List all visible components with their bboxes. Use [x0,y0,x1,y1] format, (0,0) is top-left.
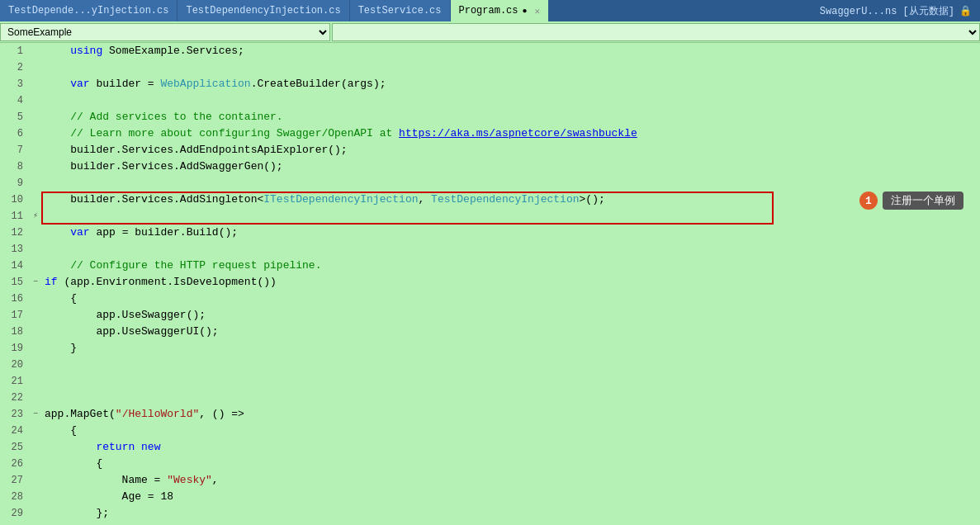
code-line-14: 14 // Configure the HTTP request pipelin… [0,258,980,274]
code-line-22: 22 [0,390,980,406]
code-line-12: 12 var app = builder.Build(); [0,225,980,241]
code-line-18: 18 app.UseSwaggerUI(); [0,324,980,340]
annotation-text: 注册一个单例 [883,192,963,210]
highlighted-section: 10 builder.Services.AddSingleton<ITestDe… [0,192,980,225]
code-line-6: 6 // Learn more about configuring Swagge… [0,125,980,142]
annotation-badge: 1 [859,192,878,210]
code-line-3: 3 var builder = WebApplication.CreateBui… [0,76,980,92]
code-line-7: 7 builder.Services.AddEndpointsApiExplor… [0,142,980,158]
code-line-26: 26 { [0,456,980,472]
tab-testdependencyinjection[interactable]: TestDependencyInjection.cs [178,0,349,21]
tab-close-button[interactable]: ✕ [535,6,541,17]
namespace-dropdown[interactable]: SomeExample [0,23,330,41]
code-line-4: 4 [0,92,980,109]
code-line-16: 16 { [0,291,980,307]
tab-label: TestDepende...yInjection.cs [8,5,168,17]
code-line-25: 25 return new [0,439,980,456]
member-dropdown[interactable] [332,23,980,41]
code-line-1: 1 using SomeExample.Services; [0,43,980,59]
code-line-30: 30 }).WithTags("Hello"); [0,522,980,525]
lock-icon: 🔒 [959,5,972,17]
code-line-24: 24 { [0,423,980,439]
code-line-28: 28 Age = 18 [0,489,980,505]
code-line-19: 19 } [0,340,980,357]
code-line-13: 13 [0,241,980,258]
code-line-21: 21 [0,373,980,390]
code-line-15: 15 − if (app.Environment.IsDevelopment()… [0,274,980,291]
tab-bar: TestDepende...yInjection.cs TestDependen… [0,0,980,21]
code-line-10: 10 builder.Services.AddSingleton<ITestDe… [0,192,980,208]
code-line-9: 9 [0,175,980,192]
code-line-2: 2 [0,59,980,76]
tab-testservice[interactable]: TestService.cs [350,0,451,21]
code-line-8: 8 builder.Services.AddSwaggerGen(); [0,158,980,175]
tab-label: TestDependencyInjection.cs [186,5,340,17]
code-line-20: 20 [0,357,980,373]
code-line-11: 11 ⚡ [0,208,980,225]
tab-label: TestService.cs [358,5,442,17]
code-area: 1 using SomeExample.Services; 2 3 var bu… [0,43,980,525]
tab-modified-dot: ● [523,7,528,16]
tab-testdependencyinjection-partial[interactable]: TestDepende...yInjection.cs [0,0,178,21]
tab-label: Program.cs [459,5,518,17]
tab-program[interactable]: Program.cs ● ✕ [451,0,550,21]
code-line-17: 17 app.UseSwagger(); [0,307,980,324]
annotation-bubble: 1 注册一个单例 [859,192,963,210]
code-line-23: 23 − app.MapGet("/HelloWorld", () => [0,406,980,423]
path-bar: SomeExample [0,21,980,43]
code-line-5: 5 // Add services to the container. [0,109,980,125]
swagger-label: SwaggerU...ns [从元数据] [820,4,954,18]
code-line-29: 29 }; [0,505,980,522]
top-right-info: SwaggerU...ns [从元数据] 🔒 [812,0,980,21]
code-line-27: 27 Name = "Wesky", [0,472,980,489]
